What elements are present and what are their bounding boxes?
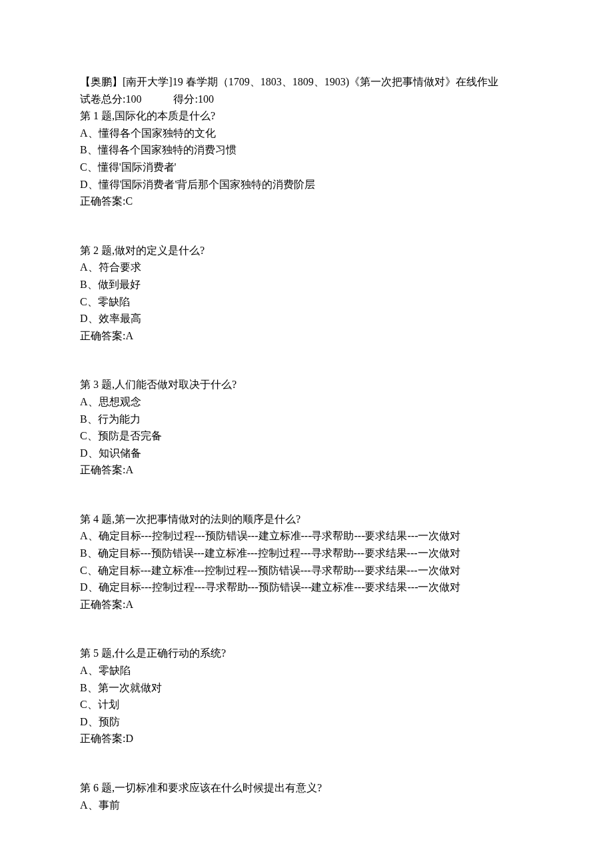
question-prompt: 第 5 题,什么是正确行动的系统? (80, 645, 533, 662)
option-d: D、效率最高 (80, 310, 533, 327)
option-b: B、确定目标---预防错误---建立标准---控制过程---寻求帮助---要求结… (80, 545, 533, 562)
question-prompt: 第 4 题,第一次把事情做对的法则的顺序是什么? (80, 511, 533, 528)
total-score: 试卷总分:100 (80, 93, 141, 105)
option-a: A、符合要求 (80, 259, 533, 276)
option-c: C、懂得'国际消费者' (80, 159, 533, 176)
option-c: C、确定目标---建立标准---控制过程---预防错误---寻求帮助---要求结… (80, 562, 533, 579)
score-line: 试卷总分:100得分:100 (80, 91, 533, 108)
option-b: B、第一次就做对 (80, 679, 533, 697)
question-2: 第 2 题,做对的定义是什么? A、符合要求 B、做到最好 C、零缺陷 D、效率… (80, 242, 533, 345)
option-a: A、事前 (80, 797, 533, 814)
correct-answer: 正确答案:D (80, 730, 533, 747)
option-d: D、懂得'国际消费者'背后那个国家独特的消费阶层 (80, 176, 533, 193)
option-a: A、懂得各个国家独特的文化 (80, 125, 533, 142)
document-header: 【奥鹏】[南开大学]19 春学期（1709、1803、1809、1903)《第一… (80, 73, 533, 107)
option-c: C、零缺陷 (80, 293, 533, 311)
question-6: 第 6 题,一切标准和要求应该在什么时候提出有意义? A、事前 (80, 779, 533, 813)
correct-answer: 正确答案:A (80, 327, 533, 345)
option-b: B、做到最好 (80, 276, 533, 293)
option-a: A、确定目标---控制过程---预防错误---建立标准---寻求帮助---要求结… (80, 527, 533, 545)
question-prompt: 第 3 题,人们能否做对取决于什么? (80, 376, 533, 393)
correct-answer: 正确答案:C (80, 193, 533, 210)
option-d: D、预防 (80, 713, 533, 731)
obtained-score: 得分:100 (173, 93, 213, 105)
question-3: 第 3 题,人们能否做对取决于什么? A、思想观念 B、行为能力 C、预防是否完… (80, 376, 533, 479)
option-d: D、确定目标---控制过程---寻求帮助---预防错误---建立标准---要求结… (80, 579, 533, 596)
option-c: C、计划 (80, 696, 533, 713)
question-5: 第 5 题,什么是正确行动的系统? A、零缺陷 B、第一次就做对 C、计划 D、… (80, 645, 533, 747)
question-prompt: 第 2 题,做对的定义是什么? (80, 242, 533, 259)
option-a: A、思想观念 (80, 393, 533, 411)
option-c: C、预防是否完备 (80, 427, 533, 445)
question-prompt: 第 6 题,一切标准和要求应该在什么时候提出有意义? (80, 779, 533, 797)
option-b: B、懂得各个国家独特的消费习惯 (80, 141, 533, 159)
question-prompt: 第 1 题,国际化的本质是什么? (80, 107, 533, 125)
question-1: 第 1 题,国际化的本质是什么? A、懂得各个国家独特的文化 B、懂得各个国家独… (80, 107, 533, 210)
correct-answer: 正确答案:A (80, 461, 533, 479)
document-title: 【奥鹏】[南开大学]19 春学期（1709、1803、1809、1903)《第一… (80, 73, 533, 91)
option-d: D、知识储备 (80, 445, 533, 462)
option-a: A、零缺陷 (80, 662, 533, 679)
option-b: B、行为能力 (80, 411, 533, 428)
question-4: 第 4 题,第一次把事情做对的法则的顺序是什么? A、确定目标---控制过程--… (80, 511, 533, 613)
correct-answer: 正确答案:A (80, 596, 533, 613)
